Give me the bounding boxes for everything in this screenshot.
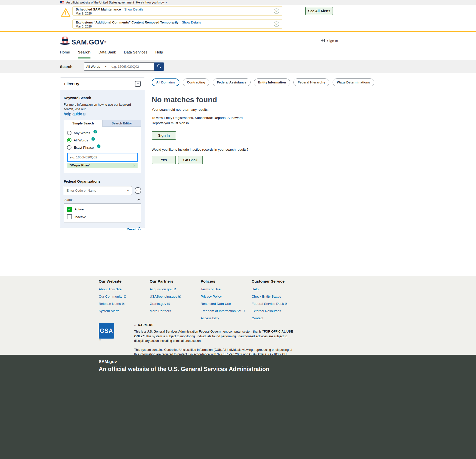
footer-link-external-resources[interactable]: External Resources: [252, 309, 303, 313]
filter-panel-header: Filter By −: [60, 78, 145, 90]
warning-heading: WARNING: [138, 323, 154, 327]
alert-show-details-link[interactable]: Show Details: [124, 7, 143, 11]
gov-banner-how-link[interactable]: Here’s how you know: [136, 1, 164, 4]
sign-in-icon: [321, 38, 325, 43]
alert-show-details-link[interactable]: Show Details: [182, 20, 201, 24]
warning-paragraph-1: This is a U.S. General Services Administ…: [134, 329, 296, 343]
status-option-active: ✓ Active: [67, 207, 138, 212]
radio-row-exact-phrase: Exact Phrase i: [67, 145, 138, 150]
external-link-icon: [173, 288, 176, 291]
nav-item-help[interactable]: Help: [155, 50, 163, 58]
yes-button[interactable]: Yes: [152, 156, 176, 164]
chip-remove-icon[interactable]: ✕: [133, 164, 135, 167]
footer-link-grants-gov[interactable]: Grants.gov: [150, 302, 201, 306]
radio-exact-phrase[interactable]: [67, 145, 71, 150]
footer-link-more-partners[interactable]: More Partners: [150, 309, 201, 313]
info-icon[interactable]: i: [91, 137, 95, 141]
status-accordion-header[interactable]: Status: [64, 198, 141, 204]
footer-link-check-entity-status[interactable]: Check Entity Status: [252, 295, 303, 298]
pill-federal-assistance[interactable]: Federal Assistance: [213, 78, 251, 86]
footer-link-acquisition-gov[interactable]: Acquisition.gov: [150, 287, 201, 291]
tab-simple-search[interactable]: Simple Search: [64, 120, 102, 127]
sign-in-button[interactable]: Sign In: [152, 131, 176, 140]
footer-link-accessibility[interactable]: Accessibility: [201, 316, 252, 320]
reset-filters-link[interactable]: Reset: [64, 227, 141, 231]
footer-link-system-alerts[interactable]: System Alerts: [99, 309, 150, 313]
footer-link-about-this-site[interactable]: About This Site: [99, 287, 150, 291]
radio-label: Exact Phrase: [74, 146, 94, 149]
registered-mark: ®: [104, 41, 106, 43]
chip-label: "Waqas Khan": [69, 164, 90, 167]
footer-link-columns: Our Website About This Site Our Communit…: [99, 279, 303, 324]
footer-link-foia[interactable]: Freedom of Information Act: [201, 309, 252, 313]
nav-item-search[interactable]: Search: [78, 50, 90, 58]
federal-organizations-heading: Federal Organizations: [64, 179, 141, 183]
site-footer: Our Website About This Site Our Communit…: [0, 276, 476, 355]
tab-search-editor[interactable]: Search Editor: [102, 120, 141, 127]
gov-banner: An official website of the United States…: [0, 0, 476, 5]
radio-any-words[interactable]: [67, 131, 71, 135]
see-all-alerts-button[interactable]: See All Alerts: [305, 7, 333, 15]
search-input[interactable]: [109, 62, 154, 71]
footer-link-privacy-policy[interactable]: Privacy Policy: [201, 295, 252, 298]
dark-footer-subtitle: An official website of the U.S. General …: [99, 366, 269, 373]
footer-link-restricted-data-use[interactable]: Restricted Data Use: [201, 302, 252, 306]
domain-filter-pills: All Domains Contracting Federal Assistan…: [152, 78, 374, 86]
dark-footer: SAM.gov An official website of the U.S. …: [0, 355, 476, 459]
footer-link-terms-of-use[interactable]: Terms of Use: [201, 287, 252, 291]
keyword-input[interactable]: [67, 153, 138, 162]
footer-link-help[interactable]: Help: [252, 287, 303, 291]
primary-nav: Home Search Data Bank Data Services Help: [0, 50, 476, 58]
help-guide-link[interactable]: help guide: [64, 112, 86, 116]
sign-in-link[interactable]: Sign In: [321, 38, 338, 43]
pill-federal-hierarchy[interactable]: Federal Hierarchy: [293, 78, 329, 86]
status-option-inactive: Inactive: [67, 214, 138, 219]
footer-link-release-notes[interactable]: Release Notes: [99, 302, 150, 306]
nav-item-home[interactable]: Home: [60, 50, 70, 58]
reset-label: Reset: [126, 227, 136, 231]
footer-link-contact[interactable]: Contact: [252, 316, 303, 320]
footer-column-title: Policies: [201, 279, 252, 284]
search-mode-select[interactable]: All Words ▼: [84, 62, 109, 71]
footer-column-our-partners: Our Partners Acquisition.gov USASpending…: [150, 279, 201, 324]
no-matches-subtitle: Your search did not return any results.: [152, 108, 282, 111]
nav-item-data-bank[interactable]: Data Bank: [98, 50, 116, 58]
search-submit-button[interactable]: [154, 62, 164, 71]
no-matches-title: No matches found: [152, 95, 282, 104]
sam-gov-logo[interactable]: SAM.GOV®: [60, 35, 106, 46]
close-icon[interactable]: ✕: [274, 8, 279, 14]
logo-sam-text: SAM: [71, 38, 87, 46]
keyword-search-box: Any Words i All Words i Exact Phrase i "…: [64, 127, 141, 173]
nav-item-data-services[interactable]: Data Services: [124, 50, 147, 58]
more-options-button[interactable]: ...: [135, 187, 141, 194]
close-icon[interactable]: ✕: [274, 21, 279, 27]
federal-organizations-row: Enter Code or Name ▼ ...: [64, 186, 141, 195]
footer-link-usaspending-gov[interactable]: USASpending.gov: [150, 295, 201, 298]
collapse-filters-button[interactable]: −: [135, 81, 141, 87]
pill-contracting[interactable]: Contracting: [183, 78, 209, 86]
radio-label: Any Words: [74, 131, 90, 135]
warning-icon: ⚠: [134, 323, 136, 327]
checkbox-inactive[interactable]: [67, 214, 72, 219]
alert-scheduled-maintenance: Scheduled SAM Maintenance Show Details M…: [72, 6, 282, 16]
logo-gov-text: GOV: [89, 38, 104, 46]
alert-title: Exclusions “Additional Comments” Content…: [76, 20, 179, 24]
radio-all-words[interactable]: [67, 138, 71, 142]
chevron-down-icon: ▼: [127, 189, 129, 192]
filter-by-title: Filter By: [64, 82, 79, 86]
footer-link-our-community[interactable]: Our Community: [99, 295, 150, 298]
external-link-icon: [167, 302, 170, 305]
go-back-button[interactable]: Go Back: [178, 156, 203, 164]
external-link-icon: [123, 295, 126, 298]
logo-dot: .: [87, 38, 89, 46]
chevron-down-icon: ▼: [105, 65, 107, 68]
info-icon[interactable]: i: [93, 130, 97, 133]
checkbox-active[interactable]: ✓: [67, 207, 72, 212]
pill-entity-information[interactable]: Entity Information: [254, 78, 290, 86]
federal-organizations-combobox[interactable]: Enter Code or Name ▼: [64, 186, 132, 195]
pill-wage-determinations[interactable]: Wage Determinations: [333, 78, 374, 86]
alerts-section: Scheduled SAM Maintenance Show Details M…: [0, 5, 476, 32]
footer-link-federal-service-desk[interactable]: Federal Service Desk: [252, 302, 303, 306]
info-icon[interactable]: i: [97, 144, 100, 148]
pill-all-domains[interactable]: All Domains: [152, 78, 179, 86]
